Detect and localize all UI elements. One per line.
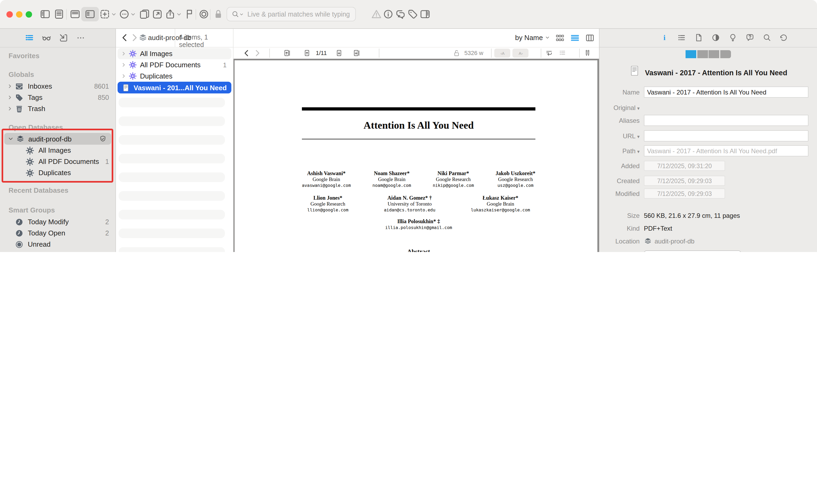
- markup-tools-icon[interactable]: [583, 49, 591, 57]
- svg-text:i: i: [664, 34, 666, 42]
- list-item-group[interactable]: All PDF Documents 1: [117, 59, 232, 70]
- sidebar-item-smartgroup[interactable]: Today Open 2: [0, 227, 115, 239]
- url-input[interactable]: [644, 130, 808, 141]
- path-label[interactable]: Path▾: [599, 147, 640, 155]
- columns-view-icon[interactable]: [585, 33, 595, 42]
- disclosure-expanded-icon[interactable]: [8, 136, 13, 141]
- minimize-window-button[interactable]: [16, 11, 22, 18]
- pdf-forward-icon[interactable]: [253, 49, 261, 57]
- pdf-author: Łukasz Kaiser* Google Brain lukaszkaiser…: [471, 195, 530, 213]
- toggle-inspector-icon[interactable]: [419, 9, 431, 20]
- lock-icon[interactable]: [213, 9, 224, 20]
- outline-icon[interactable]: [558, 49, 566, 57]
- suggestions-inspector-icon[interactable]: [728, 33, 737, 42]
- zoom-window-button[interactable]: [26, 11, 32, 18]
- svg-text:A›: A›: [519, 51, 523, 56]
- duplicate-icon[interactable]: [139, 9, 150, 20]
- disclosure-icon[interactable]: [121, 62, 126, 67]
- sidebar-item-smartgroup[interactable]: Duplicates: [0, 167, 115, 178]
- disclosure-icon[interactable]: [7, 84, 12, 89]
- list-item-selected[interactable]: Vaswani - 201...All You Need: [117, 82, 232, 93]
- history-forward-icon[interactable]: [130, 33, 139, 42]
- sidebar-item[interactable]: Trash: [0, 103, 115, 114]
- toggle-sidebar-icon[interactable]: [40, 9, 51, 20]
- flag-icon[interactable]: [184, 9, 195, 20]
- grid-view-icon[interactable]: [555, 33, 565, 42]
- disclosure-icon[interactable]: [7, 106, 12, 111]
- search-scope-chevron-icon[interactable]: [240, 12, 244, 16]
- import-icon[interactable]: [59, 33, 68, 43]
- section-open-databases: Open Databases: [9, 123, 115, 132]
- new-item-icon[interactable]: [99, 9, 111, 20]
- history-inspector-icon[interactable]: [779, 33, 788, 42]
- next-page-icon[interactable]: [335, 49, 343, 57]
- share-icon[interactable]: [164, 9, 176, 20]
- text-wrap-icon[interactable]: [545, 49, 553, 57]
- previous-page-icon[interactable]: [303, 49, 311, 57]
- share-chevron-icon[interactable]: [176, 12, 182, 17]
- inspector-tab[interactable]: [686, 50, 697, 58]
- lock-open-icon[interactable]: [453, 49, 461, 57]
- sidebar-item[interactable]: Tags 850: [0, 92, 115, 103]
- inspector-tab[interactable]: [709, 50, 720, 58]
- decrease-font-icon[interactable]: ‹A: [498, 49, 506, 57]
- sidebar-item-smartgroup[interactable]: All PDF Documents 1: [0, 156, 115, 167]
- pdf-author: Llion Jones* Google Research llion@googl…: [307, 195, 348, 213]
- path-input[interactable]: [644, 145, 808, 156]
- last-page-icon[interactable]: [353, 49, 361, 57]
- list-item-group[interactable]: Duplicates: [117, 70, 232, 82]
- standard-view-icon[interactable]: [84, 9, 96, 20]
- search-field[interactable]: [227, 7, 356, 21]
- list-item-group[interactable]: All Images: [117, 48, 232, 59]
- inspector-tab[interactable]: [720, 50, 731, 58]
- name-input[interactable]: [644, 86, 808, 98]
- reading-list-icon[interactable]: [42, 33, 51, 43]
- increase-font-icon[interactable]: A›: [517, 49, 525, 57]
- close-window-button[interactable]: [6, 11, 13, 18]
- pdf-back-icon[interactable]: [243, 49, 251, 57]
- disclosure-icon[interactable]: [7, 95, 12, 100]
- info-inspector-icon[interactable]: i: [660, 33, 669, 42]
- disclosure-icon[interactable]: [121, 51, 126, 56]
- instances-select[interactable]: 0 replicants, 0 duplicates: [644, 250, 741, 252]
- sidebar-item-smartgroup[interactable]: All Images: [0, 145, 115, 156]
- history-back-icon[interactable]: [120, 33, 129, 42]
- disclosure-icon[interactable]: [121, 74, 126, 78]
- more-actions-chevron-icon[interactable]: [130, 12, 136, 17]
- sidebar-item-database[interactable]: audit-proof-db: [4, 133, 111, 145]
- search-inspector-icon[interactable]: [763, 33, 772, 42]
- more-actions-icon[interactable]: [119, 9, 130, 20]
- inspector-tab[interactable]: [697, 50, 708, 58]
- widescreen-view-icon[interactable]: [69, 9, 81, 20]
- sidebar-item-label: Duplicates: [38, 169, 106, 177]
- concordance-inspector-icon[interactable]: [677, 33, 686, 42]
- chat-icon[interactable]: [395, 9, 406, 20]
- first-page-icon[interactable]: [283, 49, 291, 57]
- open-externally-icon[interactable]: [152, 9, 163, 20]
- chat-inspector-icon[interactable]: [745, 33, 755, 42]
- sort-menu[interactable]: by Name: [515, 34, 550, 42]
- sidebar-item-smartgroup[interactable]: Recently Added 14: [0, 250, 115, 252]
- new-item-chevron-icon[interactable]: [111, 12, 116, 17]
- tag-icon[interactable]: [407, 9, 418, 20]
- sidebar-item[interactable]: Inboxes 8601: [0, 81, 115, 92]
- ring-icon: [15, 240, 23, 249]
- label-icon[interactable]: [198, 9, 210, 20]
- sidebar-item-smartgroup[interactable]: Today Modify 2: [0, 216, 115, 227]
- sidebar-item-smartgroup[interactable]: Unread: [0, 239, 115, 250]
- sidebar-more-icon[interactable]: [76, 33, 85, 43]
- pdf-page-area[interactable]: Attention Is All You Need Ashish Vaswani…: [234, 59, 599, 252]
- contrast-inspector-icon[interactable]: [711, 33, 720, 42]
- original-label[interactable]: Original▾: [599, 104, 640, 111]
- info-icon[interactable]: [383, 9, 394, 20]
- location-value[interactable]: audit-proof-db: [655, 237, 694, 245]
- list-view-icon[interactable]: [53, 9, 65, 20]
- search-input[interactable]: [246, 10, 351, 18]
- url-label[interactable]: URL▾: [599, 132, 640, 140]
- viewer-sort-bar: by Name: [234, 28, 599, 48]
- document-inspector-icon[interactable]: [694, 33, 703, 42]
- aliases-input[interactable]: [644, 115, 808, 126]
- shield-check-icon: [99, 135, 107, 143]
- list-view-active-icon[interactable]: [570, 33, 580, 42]
- sidebar-list-icon[interactable]: [25, 33, 34, 43]
